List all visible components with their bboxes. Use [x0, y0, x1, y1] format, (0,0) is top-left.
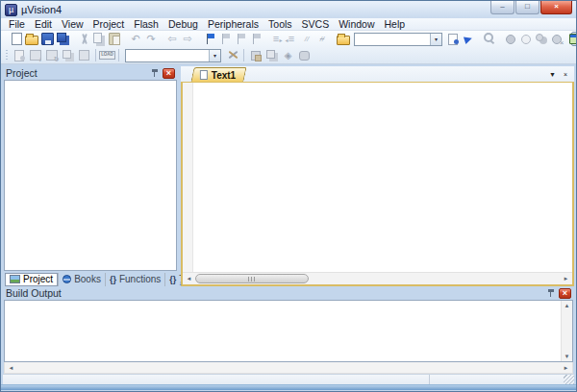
resize-grip[interactable] [564, 375, 574, 384]
toolbar-area: ▾▾ LOAD▾ [1, 31, 576, 64]
scrollbar-thumb[interactable] [195, 274, 309, 283]
editor-hscrollbar[interactable]: ◄ ► [183, 272, 572, 284]
incremental-find-icon [463, 33, 475, 45]
maximize-button[interactable]: □ [515, 1, 539, 14]
download-button[interactable]: LOAD [100, 48, 115, 62]
target-select-field[interactable] [126, 50, 209, 61]
enable-breakpoint-button[interactable] [519, 32, 534, 46]
close-document-icon[interactable]: × [564, 71, 567, 78]
insert-bookmark-button[interactable] [202, 32, 216, 46]
undo-button[interactable] [129, 32, 143, 46]
open-button[interactable] [25, 32, 39, 46]
stop-build-button[interactable] [77, 48, 92, 62]
project-panel-tabs: ProjectBooksFunctionsTemplates◄ [3, 271, 178, 286]
translate-button[interactable] [12, 48, 27, 62]
find-in-files-button[interactable] [337, 32, 351, 46]
options-for-target-icon [226, 49, 239, 61]
copy-button[interactable] [92, 32, 107, 46]
tab-text1[interactable]: Text1 [190, 67, 247, 82]
project-tree[interactable] [4, 80, 177, 271]
navigate-back-button[interactable] [165, 32, 180, 46]
window-layout-button[interactable]: ▾ [571, 32, 577, 46]
pin-icon[interactable] [151, 68, 160, 78]
tab-project[interactable]: Project [5, 273, 58, 286]
load-application-button[interactable] [297, 48, 313, 62]
multi-project-button[interactable] [281, 48, 296, 62]
indent-button[interactable] [269, 32, 284, 46]
unindent-button[interactable] [285, 32, 299, 46]
tab-books[interactable]: Books [58, 273, 105, 286]
cut-button[interactable] [77, 32, 91, 46]
menu-item-file[interactable]: File [4, 18, 30, 31]
incremental-find-button[interactable] [462, 32, 476, 46]
menu-item-window[interactable]: Window [334, 18, 379, 31]
comment-button[interactable] [300, 32, 314, 46]
dropdown-arrow-icon[interactable]: ▾ [430, 34, 441, 45]
menu-item-flash[interactable]: Flash [129, 18, 163, 31]
tab-books-label: Books [74, 274, 101, 284]
uncomment-button[interactable] [315, 32, 330, 46]
tab-list-dropdown-icon[interactable]: ▼ [549, 71, 556, 78]
find-icon [484, 33, 496, 45]
menu-item-view[interactable]: View [57, 18, 88, 31]
menu-item-debug[interactable]: Debug [163, 18, 203, 31]
find-input-field[interactable] [355, 34, 430, 45]
insert-breakpoint-button[interactable] [504, 32, 518, 46]
kill-breakpoints-button[interactable] [550, 32, 564, 46]
project-panel-header: Project × [3, 66, 178, 80]
editor-gutter [183, 83, 193, 272]
build-output-vscrollbar[interactable]: ▲ ▼ [561, 301, 572, 361]
scroll-up-icon[interactable]: ▲ [562, 301, 572, 310]
batch-build-button[interactable] [61, 48, 76, 62]
find-next-button[interactable] [446, 32, 461, 46]
find-button[interactable] [483, 32, 497, 46]
editor-area[interactable] [183, 83, 572, 272]
rebuild-button[interactable] [44, 48, 60, 62]
find-input[interactable]: ▾ [354, 33, 442, 46]
title-bar[interactable]: µ µVision4 –□× [1, 1, 576, 18]
save-all-button[interactable] [56, 32, 70, 46]
prev-bookmark-icon [218, 33, 231, 45]
menu-item-edit[interactable]: Edit [30, 18, 57, 31]
pin-icon[interactable] [547, 288, 556, 298]
scroll-right-icon[interactable]: ► [560, 362, 572, 373]
paste-button[interactable] [108, 32, 122, 46]
file-extensions-button[interactable] [264, 48, 280, 62]
close-button[interactable]: × [540, 1, 572, 14]
clear-bookmarks-button[interactable] [248, 32, 263, 46]
open-icon [25, 33, 38, 45]
scroll-left-icon[interactable]: ◄ [183, 273, 195, 284]
tab-functions[interactable]: Functions [105, 273, 164, 286]
close-icon[interactable]: × [163, 68, 175, 79]
build-output-panel: Build Output × ▲ ▼ ◄ ► [3, 286, 574, 374]
menu-item-svcs[interactable]: SVCS [297, 18, 335, 31]
build-button[interactable] [28, 48, 43, 62]
manage-components-button[interactable] [248, 48, 263, 62]
next-bookmark-button[interactable] [233, 32, 247, 46]
menu-item-peripherals[interactable]: Peripherals [203, 18, 263, 31]
target-select[interactable]: ▾ [125, 49, 221, 62]
rebuild-icon [45, 49, 59, 61]
prev-bookmark-button[interactable] [217, 32, 232, 46]
cut-icon [78, 33, 90, 45]
build-output-hscrollbar[interactable]: ◄ ► [4, 362, 573, 374]
scroll-down-icon[interactable]: ▼ [562, 352, 572, 361]
editor-content[interactable] [193, 83, 572, 272]
new-file-icon [11, 33, 23, 45]
navigate-forward-button[interactable] [181, 32, 195, 46]
redo-button[interactable] [144, 32, 159, 46]
scroll-left-icon[interactable]: ◄ [5, 362, 17, 373]
options-for-target-button[interactable] [225, 48, 240, 62]
dropdown-arrow-icon[interactable]: ▾ [209, 50, 220, 61]
save-button[interactable] [40, 32, 55, 46]
menu-item-tools[interactable]: Tools [263, 18, 297, 31]
scroll-right-icon[interactable]: ► [560, 273, 572, 284]
new-file-button[interactable] [10, 32, 24, 46]
menu-item-project[interactable]: Project [88, 18, 130, 31]
app-icon: µ [5, 4, 17, 16]
build-output-content[interactable] [5, 301, 561, 361]
disable-breakpoints-button[interactable] [535, 32, 549, 46]
minimize-button[interactable]: – [490, 1, 514, 14]
menu-item-help[interactable]: Help [380, 18, 411, 31]
close-icon[interactable]: × [559, 288, 571, 299]
